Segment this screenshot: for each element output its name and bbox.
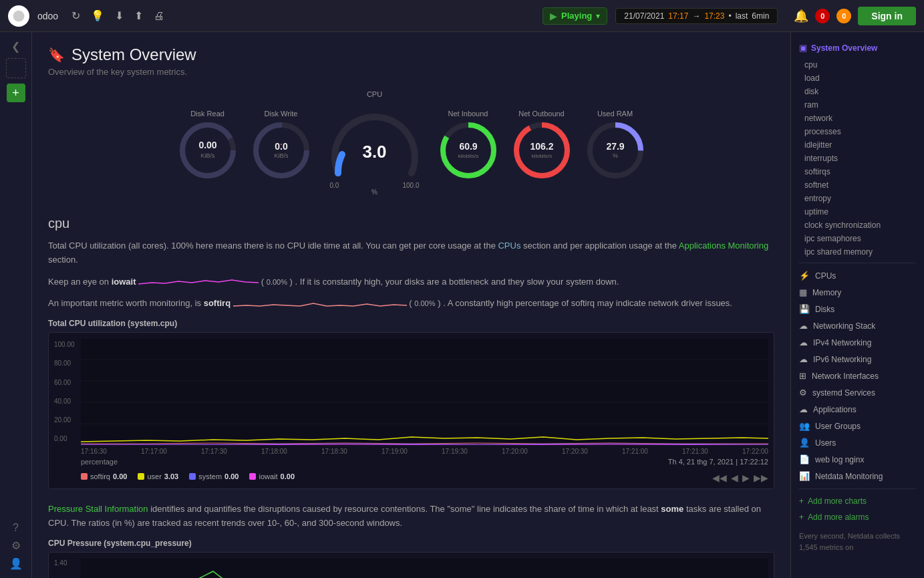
rs-cpu[interactable]: cpu [791, 58, 924, 71]
rs-users[interactable]: 👤 Users [791, 434, 924, 451]
rs-systemd[interactable]: ⚙ systemd Services [791, 384, 924, 401]
rs-ipv4[interactable]: ☁ IPv4 Networking [791, 334, 924, 351]
rs-netdata[interactable]: 📊 Netdata Monitoring [791, 468, 924, 484]
play-dropdown-icon[interactable]: ▾ [596, 11, 600, 21]
rs-softnet[interactable]: softnet [791, 178, 924, 192]
download-icon[interactable]: ⬇ [115, 9, 124, 22]
rs-overview-label[interactable]: System Overview [811, 43, 877, 53]
pressure-y-axis: 1.40 1.20 1.00 [54, 558, 81, 578]
play-label: Playing [561, 11, 592, 21]
time-end: 17:23 [704, 11, 724, 21]
rs-user-groups[interactable]: 👥 User Groups [791, 418, 924, 434]
question-icon[interactable]: ? [13, 522, 19, 534]
cpus-link[interactable]: CPUs [498, 241, 520, 251]
chart-next[interactable]: ▶ [742, 472, 750, 483]
rs-networking-stack[interactable]: ☁ Networking Stack [791, 317, 924, 334]
pressure-chart-wrapper[interactable]: 1.40 1.20 1.00 [48, 552, 774, 578]
sign-in-button[interactable]: Sign in [858, 7, 916, 25]
play-button[interactable]: ▶ Playing ▾ [543, 7, 607, 25]
rs-network[interactable]: network [791, 112, 924, 125]
used-ram-gauge: Used RAM 27.9 % [585, 110, 645, 180]
add-charts-button[interactable]: + Add more charts [791, 493, 924, 509]
left-sidebar: ❮ + ? ⚙ 👤 [0, 32, 32, 578]
svg-text:27.9: 27.9 [606, 141, 624, 152]
rs-ipc-shared[interactable]: ipc shared memory [791, 245, 924, 259]
rs-ipv6[interactable]: ☁ IPv6 Networking [791, 351, 924, 368]
x-2030: 17:20:30 [562, 448, 588, 455]
apps-monitoring-link[interactable]: Applications Monitoring [679, 241, 768, 251]
cpu-info-text3: section. [48, 255, 78, 265]
y-80: 80.00 [54, 359, 81, 367]
rs-interrupts[interactable]: interrupts [791, 152, 924, 165]
cpu-chart-wrapper[interactable]: 100.00 80.00 60.00 40.00 20.00 0.00 [48, 332, 774, 489]
rs-processes[interactable]: processes [791, 125, 924, 138]
chart-prev-prev[interactable]: ◀◀ [712, 472, 727, 483]
gauges-row: Disk Read 0.00 KiB/s Disk Write [48, 90, 774, 200]
brand-label: odoo [37, 11, 58, 21]
chart-next-next[interactable]: ▶▶ [754, 472, 768, 483]
rs-idlejitter[interactable]: idlejitter [791, 138, 924, 152]
legend-iowait-value: 0.00 [281, 472, 295, 480]
topbar-icons: ↻ 💡 ⬇ ⬆ 🖨 [71, 9, 164, 22]
legend-softirq-color [81, 473, 88, 480]
rs-applications[interactable]: ☁ Applications [791, 401, 924, 418]
rs-web-log-label: web log nginx [815, 455, 864, 464]
add-charts-label: Add more charts [808, 496, 867, 506]
rs-disk[interactable]: disk [791, 85, 924, 98]
rs-cpus-label: CPUs [815, 271, 836, 281]
rs-systemd-label: systemd Services [812, 388, 875, 398]
pressure-chart-title: CPU Pressure (system.cpu_pressure) [48, 539, 774, 548]
legend-iowait: iowait 0.00 [249, 472, 295, 480]
rs-softirqs[interactable]: softirqs [791, 165, 924, 178]
legend-system-label: system [198, 472, 222, 480]
rs-memory[interactable]: ▦ Memory [791, 284, 924, 301]
rs-ram[interactable]: ram [791, 98, 924, 112]
cpu-info-text2: section and per application usage at the [523, 241, 677, 251]
rs-load[interactable]: load [791, 71, 924, 85]
cpu-value: 3.0 [362, 142, 386, 162]
settings-icon[interactable]: ⚙ [11, 539, 21, 552]
rs-entropy[interactable]: entropy [791, 192, 924, 205]
softirq-desc: . A constantly high percentage of softir… [443, 298, 732, 308]
svg-text:106.2: 106.2 [530, 141, 553, 152]
rs-memory-icon: ▦ [799, 287, 807, 297]
softirq-label: softirq [204, 298, 230, 308]
rs-cpus[interactable]: ⚡ CPUs [791, 267, 924, 284]
legend-system: system 0.00 [189, 472, 239, 480]
refresh-icon[interactable]: ↻ [71, 9, 80, 22]
rs-ipc-semaphores[interactable]: ipc semaphores [791, 232, 924, 245]
rs-web-log[interactable]: 📄 web log nginx [791, 451, 924, 468]
legend-user: user 3.03 [138, 472, 178, 480]
psi-text1: identifies and quantifies the disruption… [150, 504, 661, 514]
main-layout: ❮ + ? ⚙ 👤 🔖 System Overview Overview of … [0, 32, 924, 578]
disk-write-dial: • 0.0 KiB/s [251, 120, 311, 180]
print-icon[interactable]: 🖨 [154, 10, 164, 22]
svg-text:0.00: 0.00 [198, 140, 216, 150]
sidebar-toggle[interactable]: ❮ [11, 40, 20, 53]
logo [8, 5, 29, 27]
iowait-sparkline [138, 277, 259, 287]
rs-toc: cpu load disk ram network processes idle… [791, 58, 924, 259]
last-label: last [736, 11, 748, 21]
x-1930: 17:19:30 [442, 448, 468, 455]
legend-softirq-label: softirq [90, 472, 110, 480]
bell-icon[interactable]: 🔔 [794, 9, 808, 23]
psi-title: Pressure Stall Information [48, 504, 148, 514]
iowait-paren: ( [261, 277, 264, 287]
rs-disks-label: Disks [815, 305, 834, 314]
rs-ipv6-icon: ☁ [799, 354, 808, 364]
lightbulb-icon[interactable]: 💡 [91, 9, 104, 22]
rs-network-interfaces[interactable]: ⊞ Network Interfaces [791, 368, 924, 384]
rs-disks[interactable]: 💾 Disks [791, 301, 924, 317]
rs-clock-sync[interactable]: clock synchronization [791, 219, 924, 232]
user-icon[interactable]: 👤 [9, 557, 23, 570]
add-button[interactable]: + [7, 84, 25, 102]
svg-text:kilobits/s: kilobits/s [531, 153, 552, 159]
svg-point-1 [182, 125, 233, 176]
chart-prev[interactable]: ◀ [731, 472, 738, 483]
chart-legend: softirq 0.00 user 3.03 system 0.00 [81, 470, 768, 483]
add-alarms-button[interactable]: + Add more alarms [791, 509, 924, 525]
disk-read-gauge: Disk Read 0.00 KiB/s [178, 110, 238, 180]
share-icon[interactable]: ⬆ [134, 9, 143, 22]
rs-uptime[interactable]: uptime [791, 205, 924, 219]
